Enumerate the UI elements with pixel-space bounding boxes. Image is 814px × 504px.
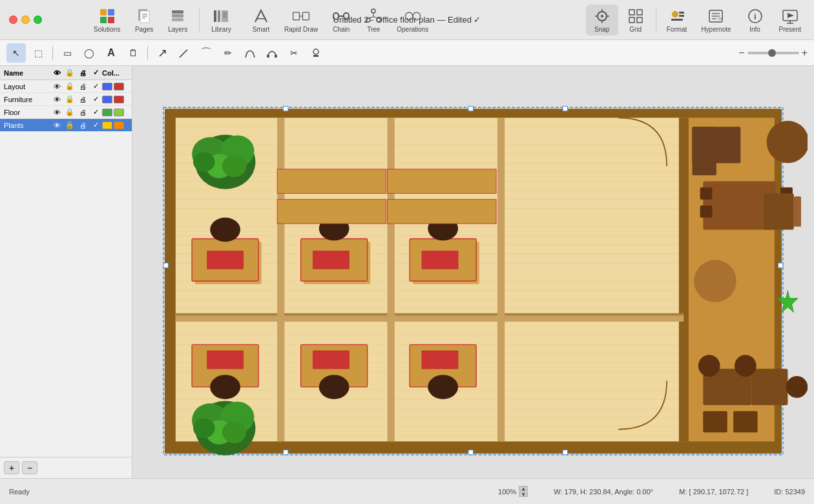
layer-plants-color2[interactable] (114, 121, 124, 129)
chain-icon (332, 7, 350, 25)
layer-floor-lock[interactable]: 🔒 (63, 108, 76, 116)
layer-floor-color1[interactable] (102, 109, 112, 116)
layer-plants-print[interactable]: 🖨 (76, 121, 89, 129)
present-button[interactable]: Present (773, 5, 808, 36)
svg-rect-22 (333, 13, 339, 19)
chain-label: Chain (333, 26, 350, 33)
pages-label: Pages (135, 26, 153, 33)
layer-row-plants[interactable]: Plants 👁 🔒 🖨 ✓ (0, 119, 132, 132)
statusbar: Ready 100% ▲ ▼ W: 179, H: 230.84, Angle:… (0, 478, 814, 504)
pen-tool[interactable]: ✏ (218, 43, 238, 63)
svg-rect-127 (207, 251, 244, 269)
layers-print-col: 🖨 (76, 69, 89, 77)
rapid-draw-button[interactable]: Rapid Draw (278, 5, 324, 36)
svg-point-31 (405, 12, 413, 20)
edit-points-tool[interactable] (262, 43, 282, 63)
format-button[interactable]: Format (660, 5, 694, 36)
layer-row-floor[interactable]: Floor 👁 🔒 🖨 ✓ (0, 106, 132, 119)
minimize-button[interactable] (21, 16, 30, 24)
layer-furniture-print[interactable]: 🖨 (76, 96, 89, 103)
svg-rect-117 (497, 320, 505, 441)
layer-row-furniture[interactable]: Furniture 👁 🔒 🖨 ✓ (0, 93, 132, 106)
svg-rect-70 (163, 263, 168, 268)
arrow-tool[interactable]: ↗ (152, 43, 172, 63)
svg-rect-142 (422, 351, 458, 369)
layer-furniture-color2[interactable] (114, 96, 124, 103)
curve-tool[interactable]: ⌒ (196, 43, 216, 63)
layer-floor-check[interactable]: ✓ (89, 108, 102, 116)
layer-furniture-check[interactable]: ✓ (89, 95, 102, 103)
zoom-step-down[interactable]: ▼ (519, 492, 528, 497)
library-label: Library (211, 26, 231, 33)
layer-layout-color1[interactable] (102, 83, 112, 90)
zoom-slider[interactable] (747, 52, 799, 54)
tree-button[interactable]: Tree (358, 5, 389, 36)
layer-layout-visibility[interactable]: 👁 (50, 83, 63, 90)
svg-rect-14 (222, 10, 228, 22)
layer-floor-print[interactable]: 🖨 (76, 109, 89, 116)
smart-tool-button[interactable]: Smart (245, 5, 277, 36)
layer-layout-print[interactable]: 🖨 (76, 83, 89, 90)
main-area: Name 👁 🔒 🖨 ✓ Col... Layout 👁 🔒 🖨 ✓ Furni… (0, 66, 814, 478)
chain-button[interactable]: Chain (326, 5, 357, 36)
layer-layout-lock[interactable]: 🔒 (63, 82, 76, 90)
tree-label: Tree (367, 26, 380, 33)
canvas-area[interactable] (132, 66, 814, 478)
layer-plants-lock[interactable]: 🔒 (63, 121, 76, 129)
svg-rect-65 (468, 106, 473, 110)
layer-floor-name: Floor (4, 109, 50, 116)
zoom-value: 100% (498, 488, 516, 496)
layer-row-layout[interactable]: Layout 👁 🔒 🖨 ✓ (0, 80, 132, 93)
layer-furniture-color1[interactable] (102, 96, 112, 103)
scissors-tool[interactable]: ✂ (284, 43, 304, 63)
layer-floor-colors (102, 109, 128, 116)
ellipse-tool[interactable]: ◯ (79, 43, 99, 63)
solutions-button[interactable]: Solutions (87, 5, 127, 36)
layer-plants-visibility[interactable]: 👁 (50, 121, 63, 129)
operations-button[interactable]: Operations (390, 5, 435, 36)
line-tool[interactable]: | (171, 39, 198, 66)
info-button[interactable]: i Info (739, 5, 771, 36)
layer-floor-visibility[interactable]: 👁 (50, 109, 63, 116)
remove-layer-button[interactable]: − (22, 461, 37, 474)
pages-button[interactable]: Pages (128, 5, 160, 36)
select-tool[interactable]: ↖ (6, 43, 26, 63)
text-tool[interactable]: A (101, 43, 121, 63)
zoom-out-button[interactable]: − (738, 47, 744, 59)
grid-button[interactable]: Grid (620, 5, 652, 36)
library-button[interactable]: Library (205, 5, 238, 36)
bezier-tool[interactable] (240, 43, 260, 63)
zoom-display: 100% ▲ ▼ (498, 486, 528, 497)
tools-toolbar: Smart Rapid Draw Chain (245, 0, 435, 40)
layer-furniture-colors (102, 96, 128, 103)
svg-rect-141 (313, 351, 349, 369)
layer-plants-check[interactable]: ✓ (89, 121, 102, 129)
layer-plants-color1[interactable] (102, 121, 112, 129)
rect-tool[interactable]: ▭ (57, 43, 77, 63)
svg-rect-129 (422, 251, 458, 269)
tree-icon (364, 7, 382, 25)
layer-layout-check[interactable]: ✓ (89, 82, 102, 90)
svg-rect-131 (277, 200, 386, 224)
select-area-tool[interactable]: ⬚ (28, 43, 48, 63)
zoom-step-up[interactable]: ▲ (519, 486, 528, 491)
layers-button[interactable]: Layers (162, 5, 194, 36)
grid-icon (627, 7, 645, 25)
close-button[interactable] (9, 16, 17, 24)
stamp-tool[interactable] (306, 43, 326, 63)
layer-furniture-visibility[interactable]: 👁 (50, 96, 63, 103)
layer-furniture-lock[interactable]: 🔒 (63, 95, 76, 103)
operations-icon (404, 7, 422, 25)
layer-plants-name: Plants (4, 121, 50, 129)
snap-button[interactable]: Snap (586, 5, 618, 36)
zoom-in-button[interactable]: + (802, 47, 808, 59)
layer-floor-color2[interactable] (114, 109, 124, 116)
layer-layout-color2[interactable] (114, 83, 124, 90)
hypernote-button[interactable]: ∞ Hypernote (694, 5, 737, 36)
note-tool[interactable]: 🗒 (123, 43, 143, 63)
maximize-button[interactable] (34, 16, 42, 24)
add-layer-button[interactable]: + (4, 461, 19, 474)
layers-check-col: ✓ (89, 68, 102, 77)
sidebar-bottom: + − (0, 457, 132, 478)
svg-rect-171 (751, 369, 788, 405)
